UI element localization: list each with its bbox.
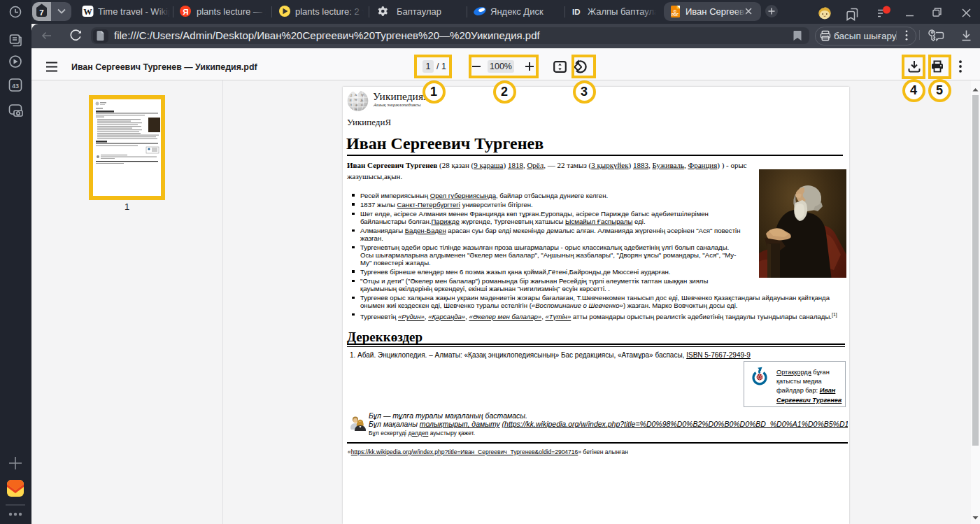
svg-text:τ: τ (350, 103, 352, 106)
svg-text:W: W (355, 98, 358, 101)
svg-text:Я: Я (183, 8, 188, 16)
svg-text:ID: ID (572, 8, 581, 16)
svg-text:7: 7 (39, 8, 43, 17)
svg-text:PDF: PDF (672, 13, 679, 17)
svg-text:Δ: Δ (355, 93, 357, 97)
svg-text:43: 43 (12, 83, 19, 90)
svg-text:W: W (83, 7, 92, 17)
